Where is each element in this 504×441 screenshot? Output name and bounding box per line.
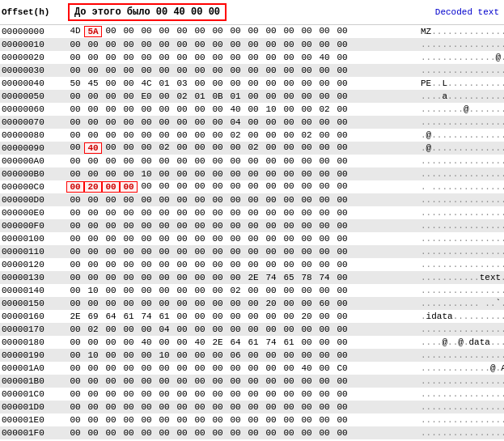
- hex-byte: 00: [209, 324, 227, 334]
- decoded-text: ................: [417, 117, 502, 127]
- hex-byte: 00: [66, 234, 84, 244]
- hex-byte: 00: [191, 299, 209, 308]
- hex-byte: 00: [191, 117, 209, 127]
- hex-byte: 00: [84, 66, 102, 75]
- hex-byte: 00: [280, 195, 298, 205]
- hex-byte: 00: [120, 195, 138, 205]
- hex-bytes: 00000000400000402E64617461000000: [66, 337, 417, 347]
- hex-byte: 02: [84, 324, 102, 334]
- hex-byte: 00: [227, 363, 244, 373]
- hex-byte: 20: [262, 299, 280, 308]
- hex-byte: 00: [333, 130, 351, 140]
- hex-byte: 00: [280, 26, 298, 37]
- hex-byte: 00: [138, 130, 155, 140]
- hex-byte: 00: [191, 104, 209, 114]
- table-row: 000000A000000000000000000000000000000000…: [0, 155, 504, 167]
- hex-byte: 00: [102, 234, 120, 244]
- hex-byte: 00: [120, 247, 138, 257]
- hex-byte: 00: [173, 53, 191, 62]
- hex-byte: 00: [333, 286, 351, 295]
- hex-byte: 00: [102, 260, 120, 269]
- hex-byte: 00: [209, 66, 227, 75]
- hex-byte: 00: [155, 273, 173, 282]
- hex-byte: 00: [333, 299, 351, 308]
- hex-byte: 00: [280, 428, 298, 438]
- hex-byte: 00: [102, 40, 120, 49]
- row-offset: 000001F0: [2, 428, 66, 438]
- hex-byte: 00: [138, 273, 155, 282]
- hex-byte: 00: [316, 66, 333, 75]
- hex-byte: 00: [120, 402, 138, 412]
- hex-byte: 00: [316, 363, 333, 373]
- hex-byte: 00: [102, 286, 120, 295]
- hex-byte: 00: [244, 221, 262, 231]
- hex-byte: 00: [209, 156, 227, 166]
- hex-byte: 00: [155, 286, 173, 295]
- hex-byte: 40: [298, 363, 316, 373]
- hex-byte: 00: [191, 181, 209, 193]
- hex-byte: 4C: [138, 78, 155, 88]
- hex-byte: 00: [280, 234, 298, 244]
- decoded-text: .............@.A: [417, 363, 502, 373]
- hex-bytes: 00000000000000000000000000004000: [66, 53, 417, 62]
- hex-byte: 00: [120, 26, 138, 37]
- hex-byte: 00: [333, 181, 351, 193]
- hex-byte: 00: [262, 53, 280, 62]
- table-row: 0000014000100000000000000002000000000000…: [0, 284, 504, 297]
- hex-byte: 00: [84, 234, 102, 244]
- hex-byte: 00: [316, 324, 333, 334]
- row-offset: 00000050: [2, 91, 66, 101]
- hex-byte: 00: [84, 260, 102, 269]
- hex-byte: 00: [209, 117, 227, 127]
- row-offset: 000001A0: [2, 363, 66, 373]
- hex-byte: 00: [138, 117, 155, 127]
- hex-byte: 00: [316, 376, 333, 386]
- hex-byte: 00: [333, 195, 351, 205]
- hex-byte: 00: [102, 26, 120, 37]
- hex-byte: 00: [298, 40, 316, 49]
- hex-byte: 00: [209, 299, 227, 308]
- hex-byte: 00: [155, 221, 173, 231]
- table-row: 00000040504500004C0103000000000000000000…: [0, 77, 504, 90]
- hex-byte: 00: [333, 221, 351, 231]
- table-row: 0000017000020000000400000000000000000000…: [0, 323, 504, 336]
- hex-byte: 00: [173, 142, 191, 154]
- decoded-text: ....@..@.data...: [417, 337, 502, 347]
- hex-byte: 00: [138, 260, 155, 269]
- hex-byte: 00: [280, 142, 298, 154]
- decoded-text: ....a...........: [417, 91, 502, 101]
- hex-byte: 00: [138, 195, 155, 205]
- hex-byte: 74: [262, 337, 280, 347]
- decoded-text: ................: [417, 195, 502, 205]
- hex-byte: 00: [298, 324, 316, 334]
- hex-byte: 00: [173, 376, 191, 386]
- hex-byte: 00: [66, 91, 84, 101]
- hex-byte: 00: [102, 195, 120, 205]
- hex-byte: 00: [298, 26, 316, 37]
- hex-byte: 00: [120, 130, 138, 140]
- hex-byte: 00: [66, 363, 84, 373]
- hex-byte: 00: [173, 104, 191, 114]
- hex-bytes: 00100000001000000006000000000000: [66, 350, 417, 360]
- hex-byte: 61: [280, 337, 298, 347]
- hex-byte: 00: [138, 286, 155, 295]
- hex-byte: 00: [84, 40, 102, 49]
- hex-byte: 00: [102, 104, 120, 114]
- hex-byte: 00: [227, 66, 244, 75]
- hex-byte: 40: [316, 53, 333, 62]
- hex-byte: 00: [102, 273, 120, 282]
- hex-byte: 00: [227, 40, 244, 49]
- hex-byte: 00: [298, 142, 316, 154]
- hex-byte: 00: [84, 208, 102, 218]
- hex-byte: 00: [84, 299, 102, 308]
- row-offset: 00000130: [2, 273, 66, 282]
- hex-byte: 02: [227, 286, 244, 295]
- decoded-text: ........... ..`.: [417, 299, 502, 308]
- hex-byte: 00: [262, 376, 280, 386]
- hex-byte: 00: [244, 91, 262, 101]
- hex-byte: 00: [298, 389, 316, 399]
- hex-byte: 00: [191, 402, 209, 412]
- hex-byte: 00: [66, 142, 84, 154]
- hex-byte: 00: [333, 312, 351, 321]
- hex-byte: 00: [244, 53, 262, 62]
